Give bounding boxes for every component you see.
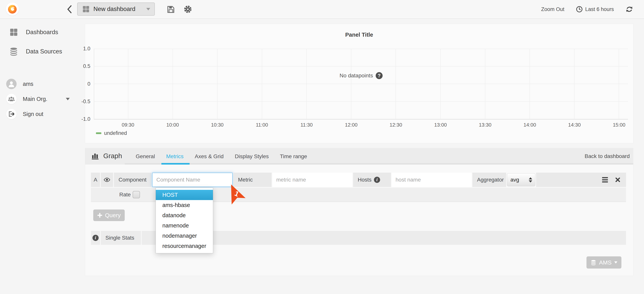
sidebar-user[interactable]: ams <box>6 79 34 89</box>
settings-button[interactable] <box>184 5 192 14</box>
aggregator-value: avg <box>510 177 519 183</box>
user-name: ams <box>23 81 34 87</box>
sidebar-sign-out[interactable]: Sign out <box>6 109 43 119</box>
chevron-down-icon <box>146 8 150 10</box>
metric-name-input[interactable] <box>272 173 352 187</box>
component-name-input[interactable] <box>152 173 232 187</box>
query-row-actions <box>536 173 626 187</box>
grafana-logo[interactable] <box>6 2 19 16</box>
question-icon: ? <box>376 72 382 79</box>
panel-type-header: Graph <box>91 152 122 160</box>
user-icon <box>8 80 15 88</box>
datasource-button[interactable]: AMS <box>586 256 622 269</box>
y-axis-labels: 1.0 0.5 0 -0.5 -1.0 <box>69 46 90 122</box>
zoom-out-button[interactable]: Zoom Out <box>541 6 564 12</box>
tab-general[interactable]: General <box>136 153 155 160</box>
sign-out-icon <box>8 110 15 118</box>
query-row: A Component Metric Hosts i Aggregator av… <box>91 173 626 187</box>
sign-out-circle <box>6 109 16 119</box>
sidebar-item-dashboards[interactable]: Dashboards <box>9 28 58 37</box>
avatar <box>6 79 16 89</box>
back-chevron-icon[interactable] <box>66 5 72 14</box>
component-typeahead-dropdown: HOST ams-hbase datanode namenode nodeman… <box>156 188 213 253</box>
dashboard-title-button[interactable]: New dashboard <box>77 2 155 16</box>
aggregator-label: Aggregator <box>472 173 506 187</box>
legend-color-dash <box>96 132 101 134</box>
tab-display-styles[interactable]: Display Styles <box>235 153 269 160</box>
dashboard-title: New dashboard <box>94 5 135 12</box>
dropdown-option-host[interactable]: HOST <box>156 190 213 200</box>
grafana-flame-icon <box>7 3 18 15</box>
chevron-down-icon <box>614 261 617 264</box>
datasource-label: AMS <box>599 259 612 266</box>
legend-label: undefined <box>104 130 127 136</box>
host-name-input[interactable] <box>392 173 472 187</box>
query-ref-id: A <box>91 173 100 187</box>
sidebar-item-label: Data Sources <box>26 48 62 55</box>
grid-icon <box>9 28 18 37</box>
dropdown-option-datanode[interactable]: datanode <box>156 210 213 221</box>
dropdown-option-nodemanager[interactable]: nodemanager <box>156 231 213 241</box>
dropdown-option-namenode[interactable]: namenode <box>156 221 213 231</box>
org-label: Main Org. <box>23 96 47 102</box>
database-icon <box>590 260 596 266</box>
eye-icon <box>104 176 110 183</box>
dropdown-option-ams-hbase[interactable]: ams-hbase <box>156 200 213 210</box>
single-stats-filler <box>142 231 626 245</box>
add-query-button[interactable]: Query <box>93 210 125 221</box>
sidebar-item-label: Dashboards <box>26 29 58 36</box>
refresh-icon <box>626 5 633 13</box>
tab-metrics[interactable]: Metrics <box>166 153 184 160</box>
toggle-visibility-cell[interactable] <box>101 173 113 187</box>
grafana-app: New dashboard Zoom Out <box>0 0 644 294</box>
tab-axes-grid[interactable]: Axes & Grid <box>195 153 224 160</box>
floppy-icon <box>166 5 175 13</box>
bar-chart-icon <box>91 152 100 160</box>
hosts-label-cell: Hosts i <box>353 173 391 187</box>
plus-icon <box>97 213 102 218</box>
sidebar-item-data-sources[interactable]: Data Sources <box>9 47 62 56</box>
panel-type-label: Graph <box>103 152 122 160</box>
database-icon <box>9 47 18 56</box>
top-header: New dashboard Zoom Out <box>0 0 644 19</box>
save-button[interactable] <box>166 5 175 13</box>
sidebar-org-switcher[interactable]: Main Org. <box>6 94 70 104</box>
clock-icon <box>576 6 583 13</box>
add-query-label: Query <box>105 212 121 219</box>
rate-checkbox[interactable] <box>132 191 140 198</box>
query-menu-icon[interactable] <box>602 177 608 183</box>
single-stats-info-cell: i <box>91 231 100 245</box>
editor-tabstrip: Graph General Metrics Axes & Grid Displa… <box>85 148 633 165</box>
graph-panel: Panel Title 1.0 0.5 0 -0.5 -1.0 09:30 10… <box>85 24 634 143</box>
legend-item[interactable]: undefined <box>96 130 127 136</box>
x-axis-labels: 09:30 10:00 10:30 11:00 11:30 12:00 12:3… <box>117 122 630 128</box>
hosts-label: Hosts <box>358 177 372 183</box>
editor-tabs: General Metrics Axes & Grid Display Styl… <box>136 148 307 165</box>
users-icon <box>8 95 15 103</box>
info-icon: i <box>374 177 380 183</box>
time-range-picker[interactable]: Last 6 hours <box>576 6 614 13</box>
rate-label: Rate <box>119 188 131 202</box>
tab-time-range[interactable]: Time range <box>280 153 307 160</box>
aggregator-select[interactable]: avg <box>507 173 535 186</box>
select-stepper-icon <box>529 177 532 183</box>
no-datapoints-message: No datapoints ? <box>94 72 628 79</box>
vertical-gridlines <box>128 49 619 119</box>
remove-query-icon[interactable] <box>615 177 621 183</box>
org-icon-circle <box>6 94 16 104</box>
gear-icon <box>184 5 192 14</box>
dropdown-option-resourcemanager[interactable]: resourcemanager <box>156 241 213 251</box>
annotation-arrow-marker: 1 <box>229 183 248 206</box>
plot-area: 1.0 0.5 0 -0.5 -1.0 09:30 10:00 10:30 11… <box>94 49 628 120</box>
refresh-button[interactable] <box>626 5 633 13</box>
sign-out-label: Sign out <box>23 111 43 117</box>
active-tab-underline <box>162 163 190 165</box>
single-stats-label: Single Stats <box>101 231 141 245</box>
back-to-dashboard-link[interactable]: Back to dashboard <box>585 153 630 159</box>
panel-title[interactable]: Panel Title <box>85 32 633 38</box>
tab-track <box>125 163 633 165</box>
component-label: Component <box>114 173 151 187</box>
grid-icon <box>82 5 90 13</box>
time-range-label: Last 6 hours <box>585 6 614 12</box>
info-icon: i <box>92 235 99 241</box>
